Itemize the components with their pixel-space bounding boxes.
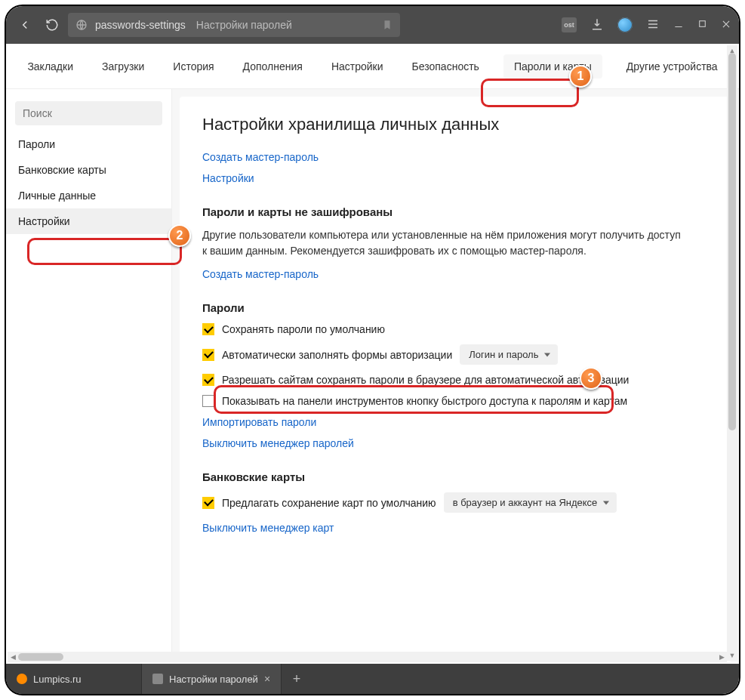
- close-window-button[interactable]: [721, 19, 731, 32]
- nav-settings[interactable]: Настройки: [327, 54, 388, 79]
- label-save-default: Сохранять пароли по умолчанию: [222, 323, 385, 335]
- sidebar-item-bank-cards[interactable]: Банковские карты: [6, 157, 171, 183]
- horizontal-scrollbar[interactable]: ◀ ▶: [8, 652, 727, 662]
- disable-password-manager-link[interactable]: Выключить менеджер паролей: [202, 437, 709, 449]
- reload-button[interactable]: [41, 14, 63, 36]
- nav-addons[interactable]: Дополнения: [239, 54, 307, 79]
- browser-titlebar: passwords-settings Настройки паролей ost: [6, 6, 739, 44]
- address-bar[interactable]: passwords-settings Настройки паролей: [68, 13, 400, 37]
- row-allow-sites[interactable]: Разрешать сайтам сохранять пароли в брау…: [202, 374, 709, 386]
- nav-other-devices[interactable]: Другие устройства: [622, 54, 722, 79]
- maximize-button[interactable]: [697, 19, 707, 31]
- checkbox-show-panel[interactable]: [202, 395, 214, 407]
- not-encrypted-desc: Другие пользователи компьютера или устан…: [202, 227, 685, 259]
- sidebar-search-input[interactable]: [15, 101, 162, 125]
- cards-mode-value: в браузер и аккаунт на Яндексе: [453, 497, 598, 508]
- checkbox-allow-sites[interactable]: [202, 374, 214, 386]
- browser-tab-bar: Lumpics.ru Настройки паролей × +: [6, 664, 739, 694]
- passwords-section-title: Пароли: [202, 301, 709, 314]
- sidebar-item-passwords[interactable]: Пароли: [6, 131, 171, 157]
- bookmark-icon[interactable]: [382, 19, 393, 31]
- checkbox-autofill[interactable]: [202, 349, 214, 361]
- tab-password-settings[interactable]: Настройки паролей ×: [142, 664, 282, 694]
- settings-top-nav: Закладки Загрузки История Дополнения Нас…: [6, 44, 739, 89]
- nav-history[interactable]: История: [168, 54, 218, 79]
- tab-title: Настройки паролей: [169, 674, 258, 685]
- checkbox-offer-save-cards[interactable]: [202, 497, 214, 509]
- settings-link[interactable]: Настройки: [202, 172, 709, 184]
- favicon-icon: [17, 674, 27, 684]
- autofill-mode-dropdown[interactable]: Логин и пароль: [460, 344, 558, 365]
- autofill-mode-value: Логин и пароль: [469, 349, 538, 360]
- settings-content: Настройки хранилища личных данных Создат…: [180, 97, 731, 662]
- label-autofill: Автоматически заполнять формы авторизаци…: [222, 349, 452, 361]
- back-button[interactable]: [14, 14, 36, 36]
- new-tab-button[interactable]: +: [282, 664, 312, 694]
- scroll-down-arrow[interactable]: ▼: [727, 650, 737, 661]
- scroll-thumb-vertical[interactable]: [728, 53, 736, 430]
- url-text: passwords-settings: [95, 19, 186, 31]
- row-show-panel[interactable]: Показывать на панели инструментов кнопку…: [202, 395, 709, 407]
- nav-security[interactable]: Безопасность: [408, 54, 484, 79]
- import-passwords-link[interactable]: Импортировать пароли: [202, 416, 709, 428]
- annotation-badge-1: 1: [569, 65, 592, 88]
- create-master-password-link-2[interactable]: Создать мастер-пароль: [202, 268, 709, 280]
- disable-card-manager-link[interactable]: Выключить менеджер карт: [202, 522, 709, 534]
- weather-icon[interactable]: [617, 17, 633, 32]
- scroll-right-arrow[interactable]: ▶: [716, 652, 727, 662]
- tab-title: Lumpics.ru: [33, 674, 82, 685]
- extension-icon[interactable]: ost: [562, 17, 577, 32]
- url-page-title: Настройки паролей: [196, 19, 292, 31]
- nav-downloads[interactable]: Загрузки: [97, 54, 149, 79]
- svg-rect-1: [700, 21, 706, 27]
- sidebar-item-personal-data[interactable]: Личные данные: [6, 183, 171, 208]
- row-save-by-default[interactable]: Сохранять пароли по умолчанию: [202, 323, 709, 335]
- checkbox-save-default[interactable]: [202, 323, 214, 335]
- not-encrypted-title: Пароли и карты не зашифрованы: [202, 205, 709, 218]
- favicon-icon: [152, 674, 163, 684]
- sidebar-item-settings[interactable]: Настройки: [6, 208, 171, 234]
- settings-sidebar: Пароли Банковские карты Личные данные На…: [6, 89, 172, 662]
- annotation-badge-2: 2: [168, 224, 191, 247]
- scroll-left-arrow[interactable]: ◀: [8, 652, 18, 662]
- cards-mode-dropdown[interactable]: в браузер и аккаунт на Яндексе: [444, 492, 617, 513]
- vertical-scrollbar[interactable]: ▲ ▼: [727, 45, 737, 661]
- nav-bookmarks[interactable]: Закладки: [23, 54, 78, 79]
- page-heading: Настройки хранилища личных данных: [202, 115, 709, 134]
- downloads-button[interactable]: [590, 17, 604, 33]
- create-master-password-link[interactable]: Создать мастер-пароль: [202, 151, 709, 163]
- label-allow-sites: Разрешать сайтам сохранять пароли в брау…: [222, 374, 629, 386]
- menu-button[interactable]: [646, 17, 660, 33]
- label-offer-save-cards: Предлагать сохранение карт по умолчанию: [222, 497, 436, 509]
- row-autofill[interactable]: Автоматически заполнять формы авторизаци…: [202, 344, 709, 365]
- minimize-button[interactable]: [673, 19, 684, 32]
- cards-section-title: Банковские карты: [202, 470, 709, 483]
- row-offer-save-cards[interactable]: Предлагать сохранение карт по умолчанию …: [202, 492, 709, 513]
- label-show-panel: Показывать на панели инструментов кнопку…: [222, 395, 627, 407]
- tab-close-icon[interactable]: ×: [264, 673, 270, 685]
- globe-icon: [75, 19, 88, 31]
- annotation-badge-3: 3: [580, 367, 602, 390]
- tab-lumpics[interactable]: Lumpics.ru: [6, 664, 142, 694]
- scroll-thumb-horizontal[interactable]: [18, 653, 63, 661]
